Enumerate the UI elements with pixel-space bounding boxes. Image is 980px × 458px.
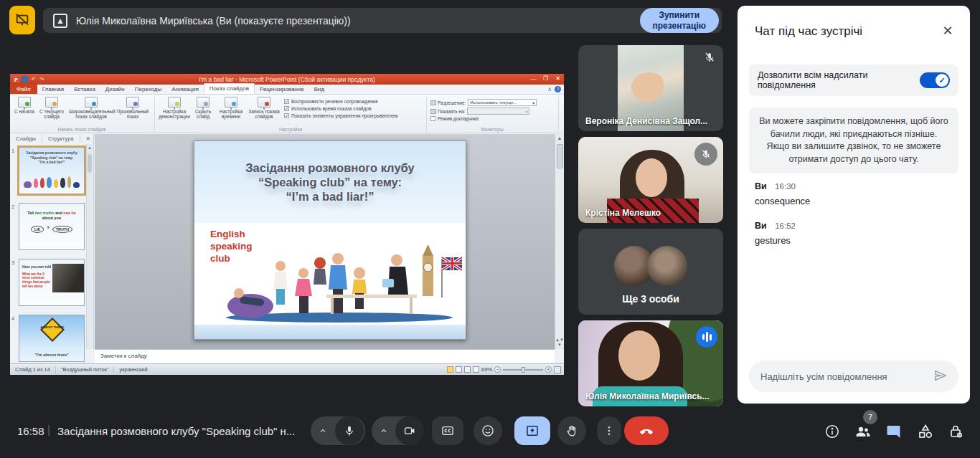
- slide-thumbnail-2[interactable]: Tell two truths and one lie about you LI…: [19, 203, 85, 250]
- message-time: 16:30: [775, 182, 796, 191]
- prev-next-slide-buttons[interactable]: ▲▼▼: [555, 338, 564, 348]
- tab-transitions[interactable]: Переходы: [130, 85, 167, 94]
- tab-view[interactable]: Вид: [309, 85, 329, 94]
- stop-presentation-line1: Зупинити: [653, 10, 707, 21]
- send-icon[interactable]: [930, 365, 951, 388]
- more-options-button[interactable]: [597, 416, 621, 445]
- resolution-dropdown[interactable]: Использовать текуще...▾: [468, 99, 537, 106]
- participant-avatars: [578, 246, 723, 286]
- captions-button[interactable]: [432, 416, 463, 445]
- checkbox-use-timings[interactable]: ✓Использовать время показа слайдов: [284, 106, 428, 111]
- tab-insert[interactable]: Вставка: [69, 85, 100, 94]
- slide-thumbnail-1[interactable]: Засідання розмовного клубу "Speaking clu…: [19, 147, 85, 194]
- pane-tab-slides[interactable]: Слайды: [10, 134, 42, 143]
- slide-thumb-row-3[interactable]: 3 Have you ever told What are the 3 most…: [11, 259, 86, 306]
- redo-icon[interactable]: ↷: [39, 76, 45, 82]
- participant-tile-1[interactable]: Вероніка Денисівна Защол...: [578, 45, 723, 131]
- tab-slideshow[interactable]: Показ слайдов: [204, 83, 255, 94]
- powerpoint-app-icon[interactable]: P: [13, 76, 19, 82]
- ribbon-setup-show-button[interactable]: Настройка демонстрации: [158, 97, 191, 119]
- checkbox-play-narrations[interactable]: ✓Воспроизвести речевое сопровождение: [284, 99, 428, 104]
- minimize-ribbon-icon[interactable]: ∧: [547, 86, 552, 92]
- mic-button[interactable]: [335, 416, 364, 445]
- fit-to-window-button[interactable]: ⛶: [554, 366, 561, 373]
- pane-scrollbar[interactable]: ▲: [86, 144, 93, 349]
- participant-tile-2[interactable]: Крістіна Мелешко: [578, 137, 723, 223]
- chat-title: Чат під час зустрічі: [755, 24, 862, 39]
- tab-animations[interactable]: Анимация: [166, 85, 204, 94]
- end-call-button[interactable]: [624, 416, 669, 445]
- present-button[interactable]: [514, 416, 550, 445]
- ribbon-rehearse-timings-button[interactable]: Настройка времени: [215, 97, 247, 119]
- camera-button[interactable]: [395, 416, 423, 445]
- tab-review[interactable]: Рецензирование: [255, 85, 309, 94]
- close-icon[interactable]: ✕: [938, 22, 957, 40]
- undo-icon[interactable]: ↶: [30, 76, 37, 82]
- minimize-button[interactable]: —: [527, 75, 540, 84]
- show-on-dropdown[interactable]: ▾: [467, 108, 529, 115]
- view-sorter-icon[interactable]: [456, 366, 462, 373]
- slide-title-block: Засідання розмовного клубу “Speaking clu…: [194, 141, 466, 223]
- slide-thumb-row-2[interactable]: 2 Tell two truths and one lie about you …: [11, 203, 86, 250]
- zoom-slider[interactable]: [503, 369, 543, 371]
- view-slideshow-icon[interactable]: [473, 366, 479, 373]
- tab-home[interactable]: Главная: [37, 85, 69, 94]
- ppt-window-title: I'm a bad liar - Microsoft PowerPoint (С…: [10, 76, 564, 83]
- slide-thumbnail-4[interactable]: ALMOST THERE! "I'm almost there": [19, 315, 85, 362]
- slide-title-line2: “Speaking club” на тему:: [194, 176, 466, 189]
- ribbon-from-current-button[interactable]: С текущего слайда: [37, 97, 66, 119]
- zoom-out-button[interactable]: −: [494, 366, 501, 373]
- checkbox-presenter-view[interactable]: Режим докладчика: [430, 116, 560, 121]
- ribbon-hide-slide-button[interactable]: Скрыть слайд: [192, 97, 214, 119]
- ribbon-broadcast-button[interactable]: Широковещательный показ слайдов: [69, 97, 113, 119]
- slide-thumbnail-3[interactable]: Have you ever told What are the 3 most c…: [19, 259, 85, 306]
- reactions-button[interactable]: [473, 416, 502, 445]
- participant-count-badge: 7: [863, 410, 877, 424]
- meeting-details-button[interactable]: [820, 419, 844, 444]
- host-controls-button[interactable]: [944, 419, 969, 444]
- camera-control-group: [372, 416, 423, 445]
- tab-design[interactable]: Дизайн: [100, 85, 130, 94]
- close-button[interactable]: ✕: [552, 75, 564, 84]
- chat-button[interactable]: [882, 419, 906, 444]
- zoom-in-button[interactable]: +: [545, 366, 552, 373]
- maximize-button[interactable]: ❐: [540, 75, 552, 84]
- mic-off-icon: [703, 51, 716, 67]
- overflow-tile[interactable]: Ще 3 особи: [578, 229, 723, 315]
- group-label-setup: Настройка: [158, 127, 423, 132]
- message-text: gestures: [755, 235, 956, 246]
- view-normal-icon[interactable]: [447, 366, 453, 373]
- view-reading-icon[interactable]: [464, 366, 471, 373]
- editor-scrollbar[interactable]: ▲ ▲▼▼: [555, 134, 564, 349]
- save-icon[interactable]: [22, 76, 28, 82]
- ppt-titlebar[interactable]: I'm a bad liar - Microsoft PowerPoint (С…: [10, 74, 564, 85]
- ribbon-custom-show-button[interactable]: Произвольный показ: [115, 97, 151, 119]
- status-slide-position: Слайд 1 из 14: [10, 366, 56, 373]
- tab-file[interactable]: Файл: [10, 85, 37, 94]
- camera-options-chevron[interactable]: [372, 416, 395, 445]
- self-tile[interactable]: Юлія Миколаївна Мириївсь...: [578, 320, 723, 406]
- notes-area[interactable]: Заметки к слайду: [95, 349, 555, 363]
- chat-message: Ви 16:30 consequence: [755, 181, 956, 206]
- ribbon-tab-strip: Файл Главная Вставка Дизайн Переходы Ани…: [10, 85, 564, 95]
- mic-options-chevron[interactable]: [311, 416, 335, 445]
- slide-thumb-row-4[interactable]: 4 ALMOST THERE! "I'm almost there": [11, 315, 86, 362]
- slide-thumb-row-1[interactable]: 1 Засідання розмовного клубу "Speaking c…: [11, 147, 86, 194]
- ribbon-from-beginning-button[interactable]: С начала: [13, 97, 36, 114]
- show-on-label: Показать на:: [438, 109, 465, 114]
- allow-messages-label: Дозволити всім надсилати повідомлення: [758, 70, 920, 90]
- pane-tab-outline[interactable]: Структура: [42, 134, 80, 143]
- main-slide[interactable]: Засідання розмовного клубу “Speaking clu…: [194, 140, 466, 340]
- allow-messages-toggle[interactable]: ✓: [920, 72, 950, 88]
- raise-hand-button[interactable]: [557, 416, 586, 445]
- chat-message-input[interactable]: [760, 371, 930, 382]
- stop-presentation-button[interactable]: Зупинити презентацію: [640, 8, 720, 33]
- allow-messages-row: Дозволити всім надсилати повідомлення ✓: [749, 65, 958, 96]
- activities-button[interactable]: [913, 419, 938, 444]
- checkbox-show-media-controls[interactable]: ✓Показать элементы управления проигрыват…: [284, 113, 428, 118]
- slide-bottom-strip: [194, 325, 466, 339]
- help-icon[interactable]: ?: [555, 86, 561, 92]
- more-participants-label: Ще 3 особи: [578, 293, 723, 305]
- ribbon-record-show-button[interactable]: Запись показа слайдов: [248, 97, 280, 119]
- zoom-level: 69%: [481, 366, 492, 373]
